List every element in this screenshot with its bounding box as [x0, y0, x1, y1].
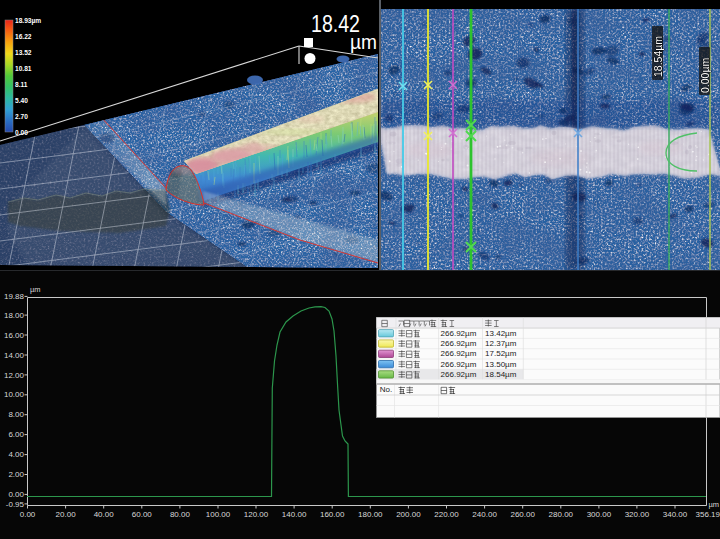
svg-text:16.00: 16.00 — [4, 331, 25, 340]
svg-text:140.00: 140.00 — [282, 510, 307, 519]
svg-text:100.00: 100.00 — [206, 510, 231, 519]
svg-text:13.52: 13.52 — [15, 49, 32, 56]
svg-text:180.00: 180.00 — [358, 510, 383, 519]
svg-text:266.92µm: 266.92µm — [441, 370, 477, 379]
svg-text:266.92µm: 266.92µm — [441, 360, 477, 369]
svg-text:12.37µm: 12.37µm — [485, 339, 517, 348]
svg-text:2.00: 2.00 — [8, 470, 24, 479]
svg-text:0.00: 0.00 — [20, 510, 36, 519]
svg-text:4.00: 4.00 — [8, 450, 24, 459]
svg-text:266.92µm: 266.92µm — [441, 349, 477, 358]
svg-text:12.00: 12.00 — [4, 371, 25, 380]
svg-text:14.00: 14.00 — [4, 351, 25, 360]
svg-text:160.00: 160.00 — [320, 510, 345, 519]
svg-text:20.00: 20.00 — [56, 510, 77, 519]
svg-text:18.54µm: 18.54µm — [652, 36, 664, 77]
svg-text:µm: µm — [30, 285, 41, 294]
svg-text:µm: µm — [708, 500, 719, 509]
svg-text:17.52µm: 17.52µm — [485, 349, 517, 358]
svg-text:200.00: 200.00 — [396, 510, 421, 519]
svg-text:5.40: 5.40 — [15, 97, 28, 104]
svg-text:13.50µm: 13.50µm — [485, 360, 517, 369]
svg-text:0.00: 0.00 — [8, 490, 24, 499]
svg-text:-0.95: -0.95 — [6, 500, 25, 509]
svg-text:0.00µm: 0.00µm — [699, 58, 711, 93]
svg-text:260.00: 260.00 — [510, 510, 535, 519]
svg-text:356.19: 356.19 — [696, 510, 720, 519]
svg-text:0.00: 0.00 — [15, 129, 28, 136]
svg-text:6.00: 6.00 — [8, 430, 24, 439]
svg-text:16.22: 16.22 — [15, 33, 32, 40]
svg-text:340.00: 340.00 — [663, 510, 688, 519]
svg-text:18.93µm: 18.93µm — [15, 17, 41, 25]
svg-text:220.00: 220.00 — [434, 510, 459, 519]
svg-text:60.00: 60.00 — [132, 510, 153, 519]
svg-text:266.92µm: 266.92µm — [441, 339, 477, 348]
svg-text:300.00: 300.00 — [587, 510, 612, 519]
svg-text:40.00: 40.00 — [94, 510, 115, 519]
svg-text:13.42µm: 13.42µm — [485, 329, 517, 338]
svg-text:10.00: 10.00 — [4, 390, 25, 399]
svg-text:320.00: 320.00 — [625, 510, 650, 519]
svg-text:No.: No. — [380, 385, 392, 394]
svg-text:8.00: 8.00 — [8, 410, 24, 419]
svg-text:80.00: 80.00 — [170, 510, 191, 519]
svg-text:280.00: 280.00 — [549, 510, 574, 519]
svg-text:8.11: 8.11 — [15, 81, 28, 88]
svg-text:2.70: 2.70 — [15, 113, 28, 120]
svg-text:266.92µm: 266.92µm — [441, 329, 477, 338]
svg-text:µm: µm — [350, 31, 377, 53]
svg-text:18.54µm: 18.54µm — [485, 370, 517, 379]
svg-text:240.00: 240.00 — [472, 510, 497, 519]
svg-text:18.00: 18.00 — [4, 311, 25, 320]
svg-text:10.81: 10.81 — [15, 65, 32, 72]
svg-text:120.00: 120.00 — [244, 510, 269, 519]
svg-text:19.88: 19.88 — [4, 292, 25, 301]
